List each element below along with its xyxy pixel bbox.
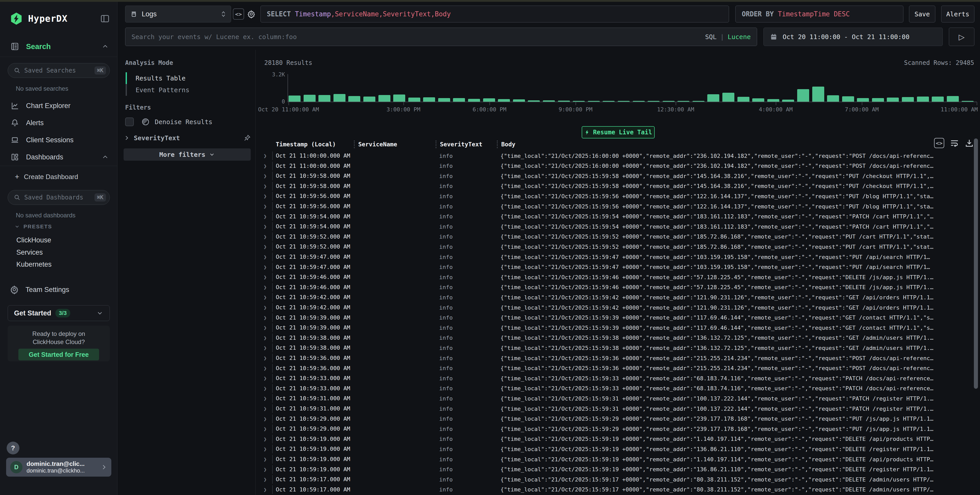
expand-row-chevron-icon[interactable]: ❯ — [263, 213, 272, 220]
expand-row-chevron-icon[interactable]: ❯ — [263, 395, 272, 401]
table-scrollbar[interactable] — [974, 138, 978, 389]
log-row[interactable]: ❯Oct 21 10:59:58.000 AMinfo{"time_local"… — [263, 171, 971, 181]
date-range-picker[interactable]: Oct 20 11:00:00 - Oct 21 11:00:00 — [764, 28, 943, 46]
sql-mode-toggle[interactable]: SQL — [705, 33, 716, 41]
log-row[interactable]: ❯Oct 21 10:59:47.000 AMinfo{"time_local"… — [263, 252, 971, 262]
expand-row-chevron-icon[interactable]: ❯ — [263, 193, 272, 199]
saved-dashboards-input[interactable]: Saved Dashboards ⌘K — [8, 190, 110, 205]
expand-row-chevron-icon[interactable]: ❯ — [263, 446, 272, 452]
log-row[interactable]: ❯Oct 21 10:59:52.000 AMinfo{"time_local"… — [263, 232, 971, 242]
source-settings-gear-icon[interactable] — [246, 8, 257, 20]
expand-row-chevron-icon[interactable]: ❯ — [263, 304, 272, 310]
sidebar-item-alerts[interactable]: Alerts — [0, 116, 117, 129]
expand-row-chevron-icon[interactable]: ❯ — [263, 173, 272, 179]
expand-row-chevron-icon[interactable]: ❯ — [263, 244, 272, 250]
log-row[interactable]: ❯Oct 21 10:59:19.000 AMinfo{"time_local"… — [263, 434, 971, 444]
log-row[interactable]: ❯Oct 21 10:59:58.000 AMinfo{"time_local"… — [263, 181, 971, 191]
sidebar-item-client-sessions[interactable]: Client Sessions — [0, 134, 117, 146]
log-row[interactable]: ❯Oct 21 10:59:54.000 AMinfo{"time_local"… — [263, 212, 971, 222]
edit-source-code-button[interactable]: <> — [233, 8, 244, 20]
log-row[interactable]: ❯Oct 21 10:59:17.000 AMinfo{"time_local"… — [263, 484, 971, 495]
log-row[interactable]: ❯Oct 21 10:59:52.000 AMinfo{"time_local"… — [263, 242, 971, 252]
source-select[interactable]: Logs — [125, 6, 231, 22]
sidebar-item-search[interactable]: Search — [0, 40, 117, 53]
expand-row-chevron-icon[interactable]: ❯ — [263, 385, 272, 392]
denoise-checkbox[interactable] — [125, 118, 134, 126]
log-row[interactable]: ❯Oct 21 10:59:38.000 AMinfo{"time_local"… — [263, 333, 971, 343]
chevron-up-icon[interactable] — [102, 43, 108, 50]
histogram-plot[interactable] — [288, 74, 977, 102]
expand-row-chevron-icon[interactable]: ❯ — [263, 203, 272, 209]
user-menu[interactable]: D dominic.tran@clic... dominic.tran@clic… — [6, 458, 111, 477]
save-button[interactable]: Save — [909, 6, 935, 22]
saved-searches-input[interactable]: Saved Searches ⌘K — [8, 63, 110, 78]
log-row[interactable]: ❯Oct 21 10:59:31.000 AMinfo{"time_local"… — [263, 404, 971, 414]
log-row[interactable]: ❯Oct 21 10:59:47.000 AMinfo{"time_local"… — [263, 262, 971, 272]
more-filters-button[interactable]: More filters — [124, 148, 251, 161]
expand-row-chevron-icon[interactable]: ❯ — [263, 406, 272, 412]
create-dashboard-button[interactable]: + Create Dashboard — [0, 170, 117, 183]
log-row[interactable]: ❯Oct 21 11:00:00.000 AMinfo{"time_local"… — [263, 151, 971, 161]
presets-section-toggle[interactable]: PRESETS — [14, 223, 52, 230]
get-started-free-button[interactable]: Get Started for Free — [18, 349, 99, 360]
get-started-toggle[interactable]: Get Started 3/3 — [8, 305, 110, 321]
order-by-input[interactable]: ORDER BY TimestampTime DESC — [735, 6, 904, 22]
log-row[interactable]: ❯Oct 21 10:59:17.000 AMinfo{"time_local"… — [263, 474, 971, 484]
severity-filter-group[interactable]: SeverityText — [124, 133, 251, 143]
log-row[interactable]: ❯Oct 21 10:59:39.000 AMinfo{"time_local"… — [263, 313, 971, 323]
log-row[interactable]: ❯Oct 21 10:59:46.000 AMinfo{"time_local"… — [263, 282, 971, 293]
log-row[interactable]: ❯Oct 21 10:59:56.000 AMinfo{"time_local"… — [263, 191, 971, 201]
select-columns-input[interactable]: SELECT Timestamp ,ServiceName,SeverityTe… — [261, 6, 729, 22]
log-row[interactable]: ❯Oct 21 10:59:31.000 AMinfo{"time_local"… — [263, 393, 971, 404]
expand-row-chevron-icon[interactable]: ❯ — [263, 274, 272, 280]
column-header-timestamp[interactable]: Timestamp (Local) — [272, 140, 354, 148]
log-row[interactable]: ❯Oct 21 10:59:29.000 AMinfo{"time_local"… — [263, 424, 971, 434]
run-query-button[interactable]: ▷ — [949, 28, 974, 46]
log-row[interactable]: ❯Oct 21 10:59:46.000 AMinfo{"time_local"… — [263, 272, 971, 282]
lucene-mode-toggle[interactable]: Lucene — [728, 33, 751, 41]
expand-row-chevron-icon[interactable]: ❯ — [263, 163, 272, 169]
collapse-sidebar-icon[interactable] — [100, 14, 110, 24]
column-header-servicename[interactable]: ServiceName — [354, 140, 436, 148]
log-row[interactable]: ❯Oct 21 10:59:19.000 AMinfo{"time_local"… — [263, 454, 971, 464]
log-row[interactable]: ❯Oct 21 10:59:29.000 AMinfo{"time_local"… — [263, 414, 971, 424]
log-row[interactable]: ❯Oct 21 10:59:19.000 AMinfo{"time_local"… — [263, 444, 971, 454]
expand-row-chevron-icon[interactable]: ❯ — [263, 234, 272, 240]
tab-event-patterns[interactable]: Event Patterns — [126, 84, 189, 96]
expand-row-chevron-icon[interactable]: ❯ — [263, 466, 272, 473]
expand-row-chevron-icon[interactable]: ❯ — [263, 264, 272, 270]
alerts-button[interactable]: Alerts — [941, 6, 974, 22]
expand-row-chevron-icon[interactable]: ❯ — [263, 254, 272, 260]
preset-item-services[interactable]: Services — [16, 248, 43, 256]
log-row[interactable]: ❯Oct 21 10:59:33.000 AMinfo{"time_local"… — [263, 373, 971, 384]
sidebar-item-dashboards[interactable]: Dashboards — [0, 151, 117, 164]
column-header-body[interactable]: Body — [497, 140, 971, 148]
expand-row-chevron-icon[interactable]: ❯ — [263, 365, 272, 371]
expand-row-chevron-icon[interactable]: ❯ — [263, 345, 272, 351]
log-row[interactable]: ❯Oct 21 10:59:36.000 AMinfo{"time_local"… — [263, 353, 971, 363]
expand-row-chevron-icon[interactable]: ❯ — [263, 153, 272, 159]
log-row[interactable]: ❯Oct 21 10:59:54.000 AMinfo{"time_local"… — [263, 221, 971, 232]
log-row[interactable]: ❯Oct 21 10:59:38.000 AMinfo{"time_local"… — [263, 343, 971, 353]
expand-row-chevron-icon[interactable]: ❯ — [263, 325, 272, 331]
expand-row-chevron-icon[interactable]: ❯ — [263, 355, 272, 361]
expand-row-chevron-icon[interactable]: ❯ — [263, 315, 272, 321]
expand-row-chevron-icon[interactable]: ❯ — [263, 335, 272, 341]
log-row[interactable]: ❯Oct 21 10:59:39.000 AMinfo{"time_local"… — [263, 323, 971, 333]
pin-icon[interactable] — [243, 134, 251, 142]
event-search-input[interactable]: Search your events w/ Lucene ex. column:… — [125, 28, 757, 46]
chevron-up-icon[interactable] — [102, 154, 108, 161]
log-row[interactable]: ❯Oct 21 10:59:33.000 AMinfo{"time_local"… — [263, 384, 971, 393]
column-header-severitytext[interactable]: SeverityText — [436, 140, 497, 148]
expand-row-chevron-icon[interactable]: ❯ — [263, 375, 272, 381]
log-row[interactable]: ❯Oct 21 10:59:42.000 AMinfo{"time_local"… — [263, 302, 971, 313]
expand-row-chevron-icon[interactable]: ❯ — [263, 436, 272, 442]
expand-row-chevron-icon[interactable]: ❯ — [263, 284, 272, 290]
preset-item-kubernetes[interactable]: Kubernetes — [16, 261, 52, 269]
help-button[interactable]: ? — [6, 442, 19, 454]
expand-row-chevron-icon[interactable]: ❯ — [263, 456, 272, 462]
log-row[interactable]: ❯Oct 21 10:59:42.000 AMinfo{"time_local"… — [263, 292, 971, 302]
expand-row-chevron-icon[interactable]: ❯ — [263, 476, 272, 482]
log-row[interactable]: ❯Oct 21 10:59:19.000 AMinfo{"time_local"… — [263, 464, 971, 474]
expand-row-chevron-icon[interactable]: ❯ — [263, 416, 272, 422]
